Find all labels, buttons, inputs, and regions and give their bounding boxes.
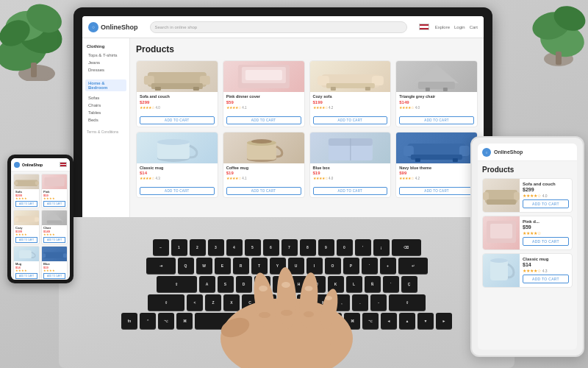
phone-product-stars-1: ★★★★ [15,197,37,200]
key-tilde[interactable]: ~ [153,239,169,255]
add-to-cart-4[interactable]: ADD TO CART [399,116,474,124]
phone-product-img-2 [42,174,67,189]
tablet-product-info-3: Classic mug $14 ★★★★☆ 4.3 ADD TO CART [523,254,572,287]
sidebar-item-dresses[interactable]: Dresses [85,66,126,74]
phone-product-img-6 [42,247,67,261]
product-stars-7: ★★★★☆ 4.0 [313,176,388,180]
sidebar-item-tops[interactable]: Tops & T-shirts [85,52,126,59]
phone-left: OnlineShop Sofa $299 ★★★★ [7,155,74,283]
product-name-7: Blue box [313,166,388,171]
phone-flag [60,162,67,167]
tablet-screen: ○ OnlineShop Products Sofa and couch $29… [478,144,577,350]
svg-rect-16 [155,87,161,91]
svg-rect-70 [19,250,32,258]
add-to-cart-5[interactable]: ADD TO CART [140,187,215,195]
product-card-6: Coffee mug $19 ★★★★☆ 4.1 ADD TO CART [223,132,305,199]
phone-product-info-1: Sofa $299 ★★★★ ADD TO CART [14,189,39,208]
phone-add-cart-5[interactable]: ADD TO CART [15,273,37,279]
product-img-2 [223,61,304,92]
tablet-body: Products Sofa and couch $299 ★★★★☆ 4.0 A… [478,161,577,295]
phone-add-cart-2[interactable]: ADD TO CART [43,201,65,207]
phone-logo-icon [14,162,20,168]
add-to-cart-6[interactable]: ADD TO CART [226,187,301,195]
svg-point-58 [282,282,290,288]
phone-add-cart-6[interactable]: ADD TO CART [43,273,65,279]
phone-product-1: Sofa $299 ★★★★ ADD TO CART [13,174,40,208]
phone-product-info-3: Cozy $199 ★★★★ ADD TO CART [14,225,39,244]
add-to-cart-1[interactable]: ADD TO CART [140,116,215,124]
tablet-product-stars-1: ★★★★☆ 4.0 [523,193,569,198]
add-to-cart-2[interactable]: ADD TO CART [226,116,301,124]
product-price-8: $99 [399,171,474,175]
sidebar-item-sofas[interactable]: Sofas [85,94,126,102]
svg-rect-6 [31,63,37,77]
add-to-cart-7[interactable]: ADD TO CART [313,187,388,195]
phone-product-img-3 [14,210,39,225]
product-card-8: Navy blue theme $99 ★★★★☆ 4.2 ADD TO CAR… [395,132,478,199]
add-to-cart-3[interactable]: ADD TO CART [313,116,388,124]
product-name-8: Navy blue theme [399,166,474,171]
product-name-1: Sofa and couch [140,94,215,99]
svg-point-59 [305,286,313,291]
phone-add-cart-1[interactable]: ADD TO CART [15,201,37,207]
key-fn[interactable]: fn [121,313,137,329]
nav-login[interactable]: Login [454,25,465,29]
svg-rect-66 [14,217,18,222]
svg-rect-80 [490,260,508,280]
tablet-main-title: Products [482,166,573,174]
svg-rect-45 [415,158,420,162]
tablet-product-info-1: Sofa and couch $299 ★★★★☆ 4.0 ADD TO CAR… [523,179,572,212]
key-ctrl[interactable]: ⌃ [140,313,156,329]
nav-cart[interactable]: Cart [470,25,478,29]
phone-logo-text: OnlineShop [22,163,43,167]
product-stars-3: ★★★★☆ 4.2 [313,105,388,110]
product-img-4 [396,61,477,92]
tablet-logo-icon: ○ [482,148,491,157]
svg-rect-42 [404,146,414,156]
screen-search-bar[interactable]: Search in online shop [150,21,407,33]
products-grid: Sofa and couch $299 ★★★★☆ 4.0 ADD TO CAR… [136,60,478,198]
phone-row-2: Cozy $199 ★★★★ ADD TO CART Chair [13,210,68,244]
svg-rect-79 [490,224,512,238]
nav-explore[interactable]: Explore [435,25,450,29]
phone-product-info-6: Blue $19 ★★★★ ADD TO CART [42,261,67,280]
tablet-add-cart-1[interactable]: ADD TO CART [523,199,569,208]
screen-nav: Explore Login Cart [435,25,478,29]
screen-logo: ○ OnlineShop [88,22,138,32]
svg-rect-29 [426,88,430,91]
tablet-add-cart-2[interactable]: ADD TO CART [523,237,569,246]
tablet-add-cart-3[interactable]: ADD TO CART [523,275,569,283]
logo-icon: ○ [88,22,98,32]
svg-rect-17 [193,87,199,91]
phone-product-6: Blue $19 ★★★★ ADD TO CART [41,246,68,280]
sidebar-clothing-title: Clothing [85,44,126,49]
svg-rect-67 [35,217,39,222]
product-price-7: $19 [313,171,388,175]
add-to-cart-8[interactable]: ADD TO CART [399,187,474,195]
svg-point-81 [490,258,508,263]
sidebar-item-chairs[interactable]: Chairs [85,102,126,109]
sidebar-item-beds[interactable]: Beds [85,116,126,124]
svg-rect-71 [43,252,66,258]
key-right[interactable]: ► [436,313,452,329]
tablet-product-3: Classic mug $14 ★★★★☆ 4.3 ADD TO CART [482,253,573,288]
key-down[interactable]: ▼ [417,313,434,329]
sidebar-item-jeans[interactable]: Jeans [85,59,126,66]
phone-product-stars-5: ★★★★ [15,269,37,272]
svg-rect-61 [15,180,38,186]
svg-rect-25 [330,87,335,91]
phone-product-stars-4: ★★★★ [43,233,65,236]
phone-add-cart-3[interactable]: ADD TO CART [15,237,37,243]
tablet-right: ○ OnlineShop Products Sofa and couch $29… [470,136,584,357]
svg-rect-26 [365,87,370,91]
sidebar-home-title[interactable]: Home & Bedroom [85,79,126,91]
sidebar-item-tables[interactable]: Tables [85,109,126,116]
product-name-2: Pink dinner cover [226,94,301,99]
phone-add-cart-4[interactable]: ADD TO CART [43,237,65,243]
svg-point-56 [304,311,314,317]
svg-point-57 [259,286,268,291]
product-img-7 [310,132,391,163]
plant-left [0,0,81,81]
screen-main-title: Products [136,44,478,54]
product-stars-1: ★★★★☆ 4.0 [140,105,215,110]
